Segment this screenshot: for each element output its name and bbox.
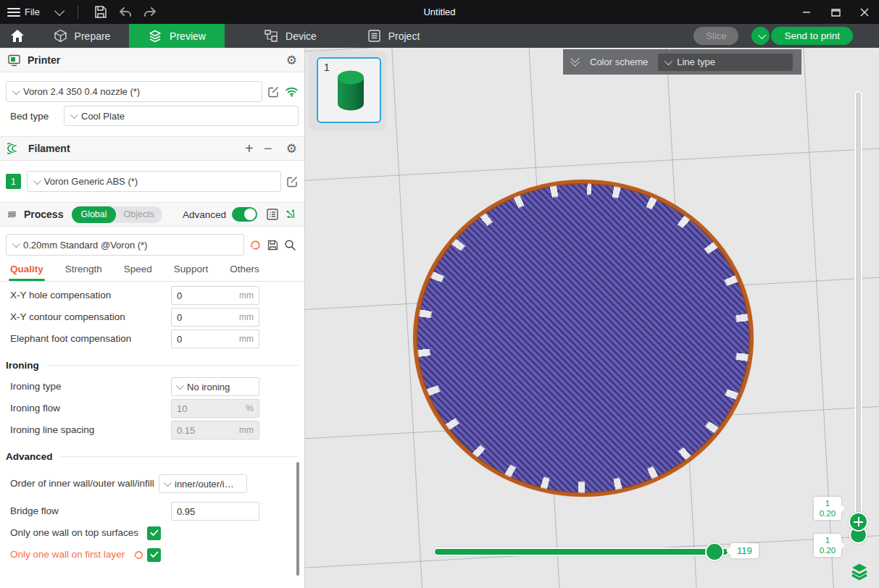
tab-support[interactable]: Support: [174, 264, 208, 281]
reset-preset-icon[interactable]: [249, 239, 262, 251]
save-icon[interactable]: [88, 3, 113, 22]
scope-global[interactable]: Global: [72, 206, 115, 223]
tab-others[interactable]: Others: [230, 264, 259, 281]
filament-preset-select[interactable]: Voron Generic ABS (*): [27, 171, 281, 192]
move-slider[interactable]: [433, 547, 729, 556]
process-preset-select[interactable]: 0.20mm Standard @Voron (*): [6, 234, 244, 256]
filament-spool-icon: [7, 142, 22, 155]
xy-hole-compensation-field[interactable]: mm: [171, 286, 259, 305]
advanced-toggle[interactable]: [232, 207, 257, 222]
add-filament-button[interactable]: +: [240, 140, 259, 157]
tab-speed[interactable]: Speed: [124, 264, 152, 281]
filament-slot-badge[interactable]: 1: [6, 174, 21, 189]
setting-label-modified: Only one wall on first layer: [10, 549, 125, 561]
tab-strength[interactable]: Strength: [65, 264, 102, 281]
redo-icon[interactable]: [138, 3, 162, 22]
maximize-button[interactable]: [821, 0, 850, 24]
tab-preview-label: Preview: [170, 30, 206, 42]
ironing-flow-field: %: [171, 399, 259, 418]
process-scope-toggle[interactable]: Global Objects: [72, 206, 162, 223]
move-slider-value: 119: [730, 543, 759, 558]
tab-prepare-label: Prepare: [75, 30, 111, 42]
file-menu-chevron-down-icon[interactable]: [54, 5, 64, 15]
setting-label: X-Y hole compensation: [10, 290, 171, 302]
search-settings-icon[interactable]: [284, 239, 296, 251]
xy-hole-compensation-input[interactable]: [177, 290, 236, 301]
preview-3d-viewport[interactable]: 1 Color scheme Line type: [305, 48, 879, 588]
xy-contour-compensation-field[interactable]: mm: [171, 308, 259, 327]
setting-label: Elephant foot compensation: [10, 333, 171, 345]
setting-label: X-Y contour compensation: [10, 311, 171, 324]
ironing-type-select[interactable]: No ironing: [171, 377, 259, 396]
ironing-flow-input: [177, 403, 243, 414]
printer-connection-wifi-icon[interactable]: [285, 86, 299, 97]
object-parameter-icon[interactable]: [284, 208, 297, 221]
remove-filament-button[interactable]: −: [259, 140, 278, 157]
preview-layers-icon: [148, 29, 162, 43]
settings-sidebar: Printer ⚙ Voron 2.4 350 0.4 nozzle (*) B…: [0, 48, 305, 588]
move-slider-handle[interactable]: [705, 542, 724, 561]
wall-order-select[interactable]: inner/outer/i…: [159, 474, 247, 493]
elephant-foot-compensation-field[interactable]: mm: [171, 329, 259, 348]
filament-settings-gear-icon[interactable]: ⚙: [286, 143, 297, 155]
device-icon: [264, 29, 278, 43]
line-type-select[interactable]: Line type: [658, 54, 793, 71]
line-type-value: Line type: [677, 56, 715, 67]
bridge-flow-field[interactable]: [171, 502, 259, 521]
tab-prepare[interactable]: Prepare: [35, 24, 129, 48]
printer-section-title: Printer: [28, 54, 60, 66]
elephant-foot-compensation-input[interactable]: [177, 334, 236, 345]
parameter-list-icon[interactable]: [266, 208, 279, 221]
send-to-print-button[interactable]: Send to print: [771, 27, 853, 45]
tab-device-label: Device: [286, 30, 317, 42]
send-options-chevron-button[interactable]: [751, 27, 770, 45]
layers-view-button[interactable]: [849, 560, 870, 581]
filament-section-header: Filament + − ⚙: [0, 136, 304, 161]
chevron-down-icon: [33, 176, 41, 184]
tab-project[interactable]: Project: [343, 24, 444, 48]
bridge-flow-input[interactable]: [177, 506, 254, 517]
slice-button[interactable]: Slice: [693, 27, 738, 45]
reset-setting-icon[interactable]: [133, 550, 144, 560]
bed-type-label: Bed type: [6, 111, 64, 122]
tab-device[interactable]: Device: [238, 24, 343, 48]
printer-settings-gear-icon[interactable]: ⚙: [286, 54, 297, 67]
bed-type-select[interactable]: Cool Plate: [64, 106, 299, 126]
printer-icon: [7, 54, 21, 67]
printer-edit-icon[interactable]: [267, 85, 280, 98]
slicer-window: File Untitled: [0, 0, 879, 588]
bed-type-value: Cool Plate: [81, 111, 125, 122]
process-tab-bar: Quality Strength Speed Support Others: [0, 257, 304, 282]
advanced-toggle-label: Advanced: [183, 209, 226, 220]
layer-slider[interactable]: [854, 91, 862, 539]
layer-tooltip-bottom: 1 0.20: [814, 534, 841, 557]
close-button[interactable]: [850, 0, 879, 24]
save-preset-icon[interactable]: [267, 239, 279, 251]
unit-label: mm: [239, 334, 254, 344]
undo-icon[interactable]: [113, 3, 138, 22]
main-menu-icon[interactable]: [7, 8, 20, 17]
sidebar-scrollbar[interactable]: [296, 462, 299, 576]
model-cylinder-thumbnail: [328, 64, 373, 117]
tab-quality[interactable]: Quality: [10, 264, 43, 281]
main-nav-bar: Prepare Preview Device Project Slice Sen…: [0, 24, 879, 48]
layer-height: 0.20: [814, 508, 841, 518]
tab-preview[interactable]: Preview: [129, 24, 225, 48]
process-preset-value: 0.20mm Standard @Voron (*): [23, 240, 147, 251]
printer-preset-select[interactable]: Voron 2.4 350 0.4 nozzle (*): [6, 81, 262, 102]
only-one-wall-top-checkbox[interactable]: [147, 526, 161, 540]
plate-list-panel: 1: [309, 51, 386, 131]
setting-label: Order of inner wall/outer wall/infill: [10, 478, 159, 490]
xy-contour-compensation-input[interactable]: [177, 312, 236, 323]
filament-edit-icon[interactable]: [286, 175, 299, 188]
scope-objects[interactable]: Objects: [116, 209, 162, 219]
minimize-button[interactable]: [792, 0, 821, 24]
add-color-change-button[interactable]: [849, 512, 868, 532]
file-menu[interactable]: File: [25, 7, 40, 17]
tab-project-label: Project: [388, 30, 420, 42]
home-button[interactable]: [0, 24, 35, 48]
plate-1-thumbnail[interactable]: 1: [317, 57, 381, 123]
chevron-down-icon: [665, 56, 672, 64]
collapse-chevrons-icon[interactable]: [572, 59, 578, 65]
only-one-wall-first-layer-checkbox[interactable]: [147, 548, 161, 562]
